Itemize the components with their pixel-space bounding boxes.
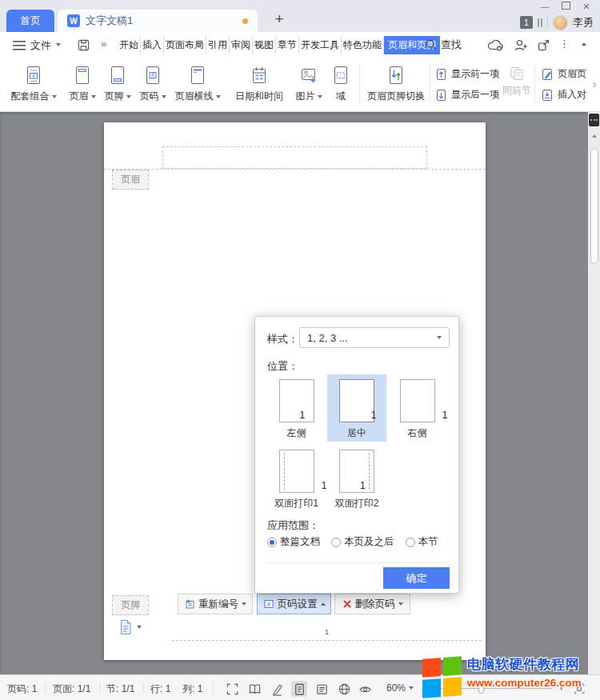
position-thumb: 1 [279,379,314,422]
style-select[interactable]: 1, 2, 3 ... [299,327,450,348]
new-tab-button[interactable]: + [270,10,288,28]
same-as-previous-label: 同前节 [502,84,531,98]
picture-icon [299,64,318,86]
web-view-icon[interactable] [336,681,352,697]
page-number-settings-label: 页码设置 [278,598,318,611]
fullscreen-view-icon[interactable] [224,681,240,697]
watermark-title: 电脑软硬件教程网 [467,655,582,674]
ink-mode-icon[interactable] [269,681,285,697]
eye-protection-icon[interactable] [357,681,373,697]
footer-page-number: 1 [172,628,482,636]
radio-this-page-onward[interactable]: 本页及之后 [331,535,394,549]
unsaved-dot-icon [242,18,248,24]
document-tab-label: 文字文稿1 [86,14,133,28]
renumber-button[interactable]: # 重新编号 [178,594,253,614]
hamburger-menu-icon[interactable] [13,41,26,50]
menu-tab-page-layout[interactable]: 页面布局 [163,36,206,54]
header-button[interactable]: 页眉 [66,64,99,103]
position-option-right[interactable]: 1 右侧 [388,374,446,442]
search-control[interactable]: 查找 [425,38,462,52]
page-view-icon[interactable] [291,681,307,697]
caret-down-icon [318,95,322,98]
svg-text:#: # [267,602,270,607]
menu-tabs: 开始 插入 页面布局 引用 审阅 视图 章节 开发工具 特色功能 页眉和页脚 [118,32,440,58]
minimize-button[interactable]: — [534,0,555,13]
radio-this-section[interactable]: 本节 [406,535,438,549]
menu-tab-insert[interactable]: 插入 [140,36,163,54]
footer-layout-button[interactable] [119,619,142,635]
radio-whole-document[interactable]: 整篇文档 [267,535,320,549]
zoom-level-control[interactable]: 60% [386,682,414,694]
caret-down-icon [126,95,131,98]
page-number-icon: # [143,64,162,86]
zoom-level-value: 60% [386,682,406,694]
picture-label: 图片 [296,90,315,103]
field-button[interactable]: 域 [328,64,354,103]
position-option-duplex2[interactable]: 1 双面打印2 [327,445,386,512]
cloud-sync-icon[interactable] [487,38,504,51]
collapse-ribbon-icon[interactable] [582,42,586,46]
position-option-duplex1[interactable]: 1 双面打印1 [267,445,326,512]
menu-tab-section[interactable]: 章节 [275,36,298,54]
position-option-left[interactable]: 1 左侧 [267,374,326,442]
page-number-button[interactable]: # 页码 [136,64,170,103]
share-icon[interactable] [537,38,550,52]
close-button[interactable]: × [576,0,597,13]
menubar: 文件 » 开始 插入 页面布局 引用 审阅 视图 章节 开发工具 特色功能 页眉… [0,32,600,58]
titlebar: 首页 W 文字文稿1 + — × 1 李勇 [0,0,600,32]
home-tab[interactable]: 首页 [6,10,54,32]
page-number-settings-button[interactable]: # 页码设置 [257,594,331,614]
menu-tab-special-features[interactable]: 特色功能 [341,36,383,54]
vertical-scrollbar[interactable] [588,112,600,674]
search-label: 查找 [441,38,462,52]
maximize-button[interactable] [555,0,576,13]
date-time-icon [250,64,269,86]
edit-page-icon [541,68,554,81]
ribbon-overflow-icon[interactable]: › [593,78,597,90]
menu-tab-dev-tools[interactable]: 开发工具 [298,36,341,54]
header-footer-options-button[interactable]: 页眉页 [541,67,600,81]
menu-tab-start[interactable]: 开始 [118,36,140,54]
thumb-digit: 1 [357,410,390,421]
footer-button[interactable]: 页脚 [101,64,134,103]
position-option-label: 右侧 [388,426,446,440]
show-previous-label: 显示前一项 [451,67,499,81]
scroll-widget[interactable] [589,114,599,126]
preset-combo-button[interactable]: # 配套组合 [5,64,62,103]
caret-down-icon [216,95,221,98]
delete-icon [342,599,352,609]
menu-tab-view[interactable]: 视图 [252,36,275,54]
header-line-button[interactable]: 页眉横线 [171,64,224,103]
user-name[interactable]: 李勇 [573,15,594,30]
show-previous-button[interactable]: 显示前一项 [435,67,499,81]
position-option-center[interactable]: 1 居中 [327,374,386,442]
read-mode-icon[interactable] [246,681,262,697]
scroll-up-icon[interactable] [592,134,597,138]
header-zone-text: 页眉 [121,173,140,186]
notification-badge[interactable]: 1 [520,16,533,29]
outline-view-icon[interactable] [314,681,330,697]
avatar[interactable] [553,15,568,30]
more-tools-icon[interactable]: » [101,38,106,50]
position-option-label: 居中 [327,426,386,440]
ok-button[interactable]: 确定 [383,567,450,589]
caret-down-icon [91,95,96,98]
date-time-button[interactable]: 日期和时间 [229,64,290,103]
add-user-icon[interactable] [514,38,528,52]
picture-button[interactable]: 图片 [291,64,326,103]
header-boundary-line [104,169,486,170]
same-as-previous-button: 同前节 [501,66,533,98]
menu-tab-review[interactable]: 审阅 [229,36,252,54]
more-options-icon[interactable]: ⋮ [559,38,570,50]
menu-tab-references[interactable]: 引用 [206,36,229,54]
save-icon[interactable] [77,38,90,52]
insert-align-button[interactable]: 插入对 [541,88,600,102]
header-footer-options-label: 页眉页 [558,67,586,81]
scrollbar-thumb[interactable] [590,148,598,264]
show-next-button[interactable]: 显示后一项 [435,88,499,102]
file-menu[interactable]: 文件 [30,38,51,53]
header-footer-switch-icon [386,64,406,86]
delete-page-number-button[interactable]: 删除页码 [334,594,410,614]
header-footer-switch-button[interactable]: 页眉页脚切换 [363,64,429,103]
document-tab[interactable]: W 文字文稿1 [58,10,258,32]
